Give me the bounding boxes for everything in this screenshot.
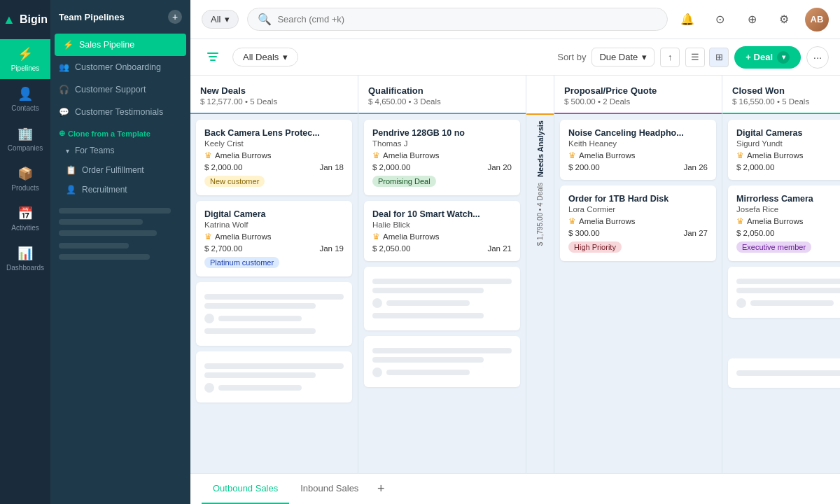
deal-amount: $ 200.00 xyxy=(568,163,600,172)
deal-title: Pendrive 128GB 10 no xyxy=(372,128,512,138)
skel xyxy=(372,279,512,284)
sidebar-item-customer-testimonials[interactable]: 💬 Customer Testimonials xyxy=(50,101,190,123)
deal-card-digital-cameras[interactable]: Digital Cameras Sigurd Yundt ♛ Amelia Bu… xyxy=(728,120,840,180)
sidebar-item-customer-support[interactable]: 🎧 Customer Support xyxy=(50,78,190,101)
main-content: All ▾ 🔍 🔔 ⊙ ⊕ ⚙ AB All Deals ▾ xyxy=(190,0,840,504)
skeleton-line-4 xyxy=(59,243,129,248)
skel xyxy=(372,313,484,318)
deal-card-smart-watch[interactable]: Deal for 10 Smart Watch... Halie Blick ♛… xyxy=(364,201,520,261)
products-icon: 📦 xyxy=(18,166,33,181)
logo-area[interactable]: ▲ Bigin xyxy=(0,0,50,39)
skeleton-line-2 xyxy=(59,219,143,225)
tab-outbound-sales[interactable]: Outbound Sales xyxy=(202,474,289,504)
all-deals-label: All Deals xyxy=(243,52,279,62)
sort-direction-btn[interactable]: ↑ xyxy=(660,48,680,67)
tab-inbound-sales[interactable]: Inbound Sales xyxy=(289,474,370,504)
deal-tag: High Priority xyxy=(568,241,622,253)
add-deal-chevron-icon[interactable]: ▾ xyxy=(777,51,790,64)
closed-won-cards: Digital Cameras Sigurd Yundt ♛ Amelia Bu… xyxy=(722,114,840,473)
sidebar-item-sales-pipeline[interactable]: ⚡ Sales Pipeline xyxy=(55,34,186,56)
notifications-icon[interactable]: 🔔 xyxy=(676,8,699,31)
clone-icon: ⊕ xyxy=(59,129,65,138)
crown-icon: ♛ xyxy=(372,150,380,160)
customer-support-icon: 🎧 xyxy=(59,85,69,94)
sales-pipeline-label: Sales Pipeline xyxy=(79,40,134,50)
needs-analysis-body: Needs Analysis $ 1,795.00 • 4 Deals xyxy=(536,115,545,251)
deal-owner: ♛ Amelia Burrows xyxy=(204,232,344,241)
needs-analysis-title: Needs Analysis xyxy=(536,120,545,177)
all-chevron-icon: ▾ xyxy=(225,14,230,24)
customer-support-label: Customer Support xyxy=(75,85,146,94)
deal-date: Jan 26 xyxy=(683,163,708,172)
nav-companies[interactable]: 🏢 Companies xyxy=(0,119,50,159)
nav-products[interactable]: 📦 Products xyxy=(0,159,50,199)
nav-companies-label: Companies xyxy=(8,144,43,152)
deal-card-hard-disk[interactable]: Order for 1TB Hard Disk Lora Cormier ♛ A… xyxy=(560,186,716,261)
crown-icon: ♛ xyxy=(736,150,744,160)
skel xyxy=(736,288,840,293)
qualification-title: Qualification xyxy=(368,85,516,96)
search-input[interactable] xyxy=(277,14,417,24)
pipeline-toolbar: All Deals ▾ Sort by Due Date ▾ ↑ ☰ ⊞ + D… xyxy=(190,39,840,76)
deal-tag: Executive member xyxy=(736,241,811,253)
deal-contact: Keely Crist xyxy=(204,139,344,148)
customer-onboarding-icon: 👥 xyxy=(59,62,69,72)
column-closed-won: Closed Won $ 16,550.00 • 5 Deals Digital… xyxy=(722,76,840,473)
deal-card-pendrive[interactable]: Pendrive 128GB 10 no Thomas J ♛ Amelia B… xyxy=(364,120,520,195)
deal-footer: $ 2,000.00 Jan 20 xyxy=(372,163,512,172)
nav-dashboards[interactable]: 📊 Dashboards xyxy=(0,239,50,279)
crown-icon: ♛ xyxy=(204,150,212,160)
avatar[interactable]: AB xyxy=(805,8,829,31)
skel xyxy=(736,279,840,284)
deal-title: Digital Camera xyxy=(204,209,344,219)
left-nav: ▲ Bigin ⚡ Pipelines 👤 Contacts 🏢 Compani… xyxy=(0,0,50,504)
deal-date: Jan 27 xyxy=(683,229,708,237)
column-needs-analysis: Needs Analysis $ 1,795.00 • 4 Deals xyxy=(526,76,554,473)
deal-amount: $ 2,000.00 xyxy=(372,163,410,172)
sidebar-item-for-teams[interactable]: ▾ For Teams xyxy=(50,141,190,160)
add-icon[interactable]: ⊕ xyxy=(741,8,763,31)
search-box[interactable]: 🔍 xyxy=(247,8,668,31)
nav-pipelines[interactable]: ⚡ Pipelines xyxy=(0,39,50,79)
add-tab-btn[interactable]: + xyxy=(370,478,392,500)
more-options-btn[interactable]: ··· xyxy=(806,46,829,69)
sort-area: Sort by Due Date ▾ ↑ ☰ ⊞ + Deal ▾ ··· xyxy=(557,46,829,69)
deal-owner: ♛ Amelia Burrows xyxy=(372,232,512,241)
help-icon[interactable]: ⊙ xyxy=(708,8,731,31)
new-deals-meta: $ 12,577.00 • 5 Deals xyxy=(200,97,348,106)
deal-tag: New customer xyxy=(204,176,265,187)
nav-contacts[interactable]: 👤 Contacts xyxy=(0,79,50,119)
skeleton-card-5 xyxy=(728,267,840,318)
all-dropdown[interactable]: All ▾ xyxy=(202,10,239,29)
skel-circle xyxy=(736,298,746,308)
crown-icon: ♛ xyxy=(204,232,212,241)
sidebar-item-recruitment[interactable]: 👤 Recruitment xyxy=(50,180,190,200)
proposal-title: Proposal/Price Quote xyxy=(564,85,712,96)
deal-title: Deal for 10 Smart Watch... xyxy=(372,209,512,219)
settings-icon[interactable]: ⚙ xyxy=(773,8,795,31)
all-deals-dropdown[interactable]: All Deals ▾ xyxy=(232,48,298,66)
kanban-view-btn[interactable]: ⊞ xyxy=(709,48,729,67)
add-pipeline-btn[interactable]: + xyxy=(168,10,182,24)
kanban-board: New Deals $ 12,577.00 • 5 Deals Back Cam… xyxy=(190,76,840,473)
nav-activities[interactable]: 📅 Activities xyxy=(0,199,50,239)
skel-owner xyxy=(204,382,344,394)
filter-btn[interactable] xyxy=(202,46,224,69)
skel-owner xyxy=(372,366,512,379)
deal-contact: Halie Blick xyxy=(372,220,512,229)
deal-card-headphones[interactable]: Noise Canceling Headpho... Keith Heaney … xyxy=(560,120,716,180)
sort-dropdown[interactable]: Due Date ▾ xyxy=(592,48,654,66)
topbar: All ▾ 🔍 🔔 ⊙ ⊕ ⚙ AB xyxy=(190,0,840,39)
skeleton-card-6 xyxy=(728,358,840,388)
deal-card-back-camera[interactable]: Back Camera Lens Protec... Keely Crist ♛… xyxy=(196,120,352,195)
deal-card-digital-camera[interactable]: Digital Camera Katrina Wolf ♛ Amelia Bur… xyxy=(196,201,352,276)
deal-owner: ♛ Amelia Burrows xyxy=(568,150,708,160)
add-deal-btn[interactable]: + Deal ▾ xyxy=(734,46,801,69)
topbar-right: 🔔 ⊙ ⊕ ⚙ AB xyxy=(676,8,829,31)
list-view-btn[interactable]: ☰ xyxy=(685,48,705,67)
sidebar-item-customer-onboarding[interactable]: 👥 Customer Onboarding xyxy=(50,56,190,78)
sidebar-item-order-fulfillment[interactable]: 📋 Order Fulfillment xyxy=(50,160,190,180)
deal-card-mirrorless[interactable]: Mirrorless Camera Josefa Rice ♛ Amelia B… xyxy=(728,186,840,261)
deal-contact: Josefa Rice xyxy=(736,205,840,214)
clone-from-template-section[interactable]: ⊕ Clone from a Template xyxy=(50,123,190,141)
